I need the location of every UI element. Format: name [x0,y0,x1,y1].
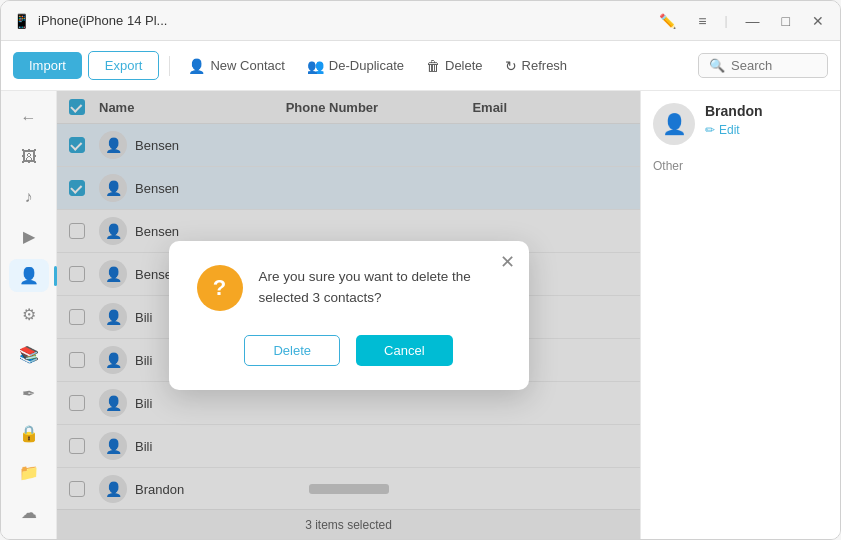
refresh-icon: ↻ [505,58,517,74]
title-bar-right: ✏️ ≡ | — □ ✕ [655,11,828,31]
delete-icon: 🗑 [426,58,440,74]
sidebar-item-files[interactable]: 📁 [9,456,49,489]
modal-actions: Delete Cancel [197,335,501,366]
toolbar: Import Export 👤 New Contact 👥 De-Duplica… [1,41,840,91]
title-bar: 📱 iPhone(iPhone 14 Pl... ✏️ ≡ | — □ ✕ [1,1,840,41]
sep: | [724,14,727,28]
toolbar-separator [169,56,170,76]
sidebar-item-music[interactable]: ♪ [9,180,49,213]
search-input[interactable] [731,58,821,73]
other-section: Other [653,159,828,173]
edit-contact-icon: ✏ [705,123,715,137]
new-contact-button[interactable]: 👤 New Contact [180,53,292,79]
maximize-button[interactable]: □ [778,11,794,31]
sidebar-item-photos[interactable]: 🖼 [9,140,49,173]
sidebar-item-books[interactable]: 📚 [9,338,49,371]
main-window: 📱 iPhone(iPhone 14 Pl... ✏️ ≡ | — □ ✕ Im… [0,0,841,540]
search-box: 🔍 [698,53,828,78]
warning-icon: ? [197,265,243,311]
sidebar: ← 🖼 ♪ ▶ 👤 ⚙ 📚 ✒ 🔒 📁 ☁ [1,91,57,539]
search-icon: 🔍 [709,58,725,73]
edit-icon-btn[interactable]: ✏️ [655,11,680,31]
sidebar-item-contacts[interactable]: 👤 [9,259,49,292]
close-button[interactable]: ✕ [808,11,828,31]
modal-body: ? Are you sure you want to delete the se… [197,265,501,311]
contact-area: Name Phone Number Email 👤 Bensen 👤 Bense… [57,91,640,539]
profile-avatar: 👤 [653,103,695,145]
profile-info: Brandon ✏ Edit [705,103,763,137]
contact-profile: 👤 Brandon ✏ Edit [653,103,828,145]
refresh-button[interactable]: ↻ Refresh [497,53,576,79]
modal-close-button[interactable]: ✕ [500,251,515,273]
sidebar-item-back[interactable]: ← [9,101,49,134]
modal-overlay: ✕ ? Are you sure you want to delete the … [57,91,640,539]
minimize-button[interactable]: — [742,11,764,31]
edit-contact-button[interactable]: ✏ Edit [705,123,763,137]
modal-delete-button[interactable]: Delete [244,335,340,366]
sidebar-item-video[interactable]: ▶ [9,219,49,252]
sidebar-item-security[interactable]: 🔒 [9,417,49,450]
profile-name: Brandon [705,103,763,119]
main-area: ← 🖼 ♪ ▶ 👤 ⚙ 📚 ✒ 🔒 📁 ☁ Name Phone Number … [1,91,840,539]
modal-cancel-button[interactable]: Cancel [356,335,452,366]
sidebar-item-apps[interactable]: ⚙ [9,298,49,331]
import-button[interactable]: Import [13,52,82,79]
sidebar-item-pen[interactable]: ✒ [9,377,49,410]
sidebar-item-cloud[interactable]: ☁ [9,496,49,529]
modal-message: Are you sure you want to delete the sele… [259,267,501,308]
new-contact-icon: 👤 [188,58,205,74]
title-bar-left: 📱 iPhone(iPhone 14 Pl... [13,13,167,29]
menu-icon-btn[interactable]: ≡ [694,11,710,31]
right-panel: 👤 Brandon ✏ Edit Other [640,91,840,539]
delete-button[interactable]: 🗑 Delete [418,53,491,79]
export-button[interactable]: Export [88,51,160,80]
deduplicate-button[interactable]: 👥 De-Duplicate [299,53,412,79]
delete-confirmation-modal: ✕ ? Are you sure you want to delete the … [169,241,529,390]
window-title: iPhone(iPhone 14 Pl... [38,13,167,28]
deduplicate-icon: 👥 [307,58,324,74]
phone-icon: 📱 [13,13,30,29]
